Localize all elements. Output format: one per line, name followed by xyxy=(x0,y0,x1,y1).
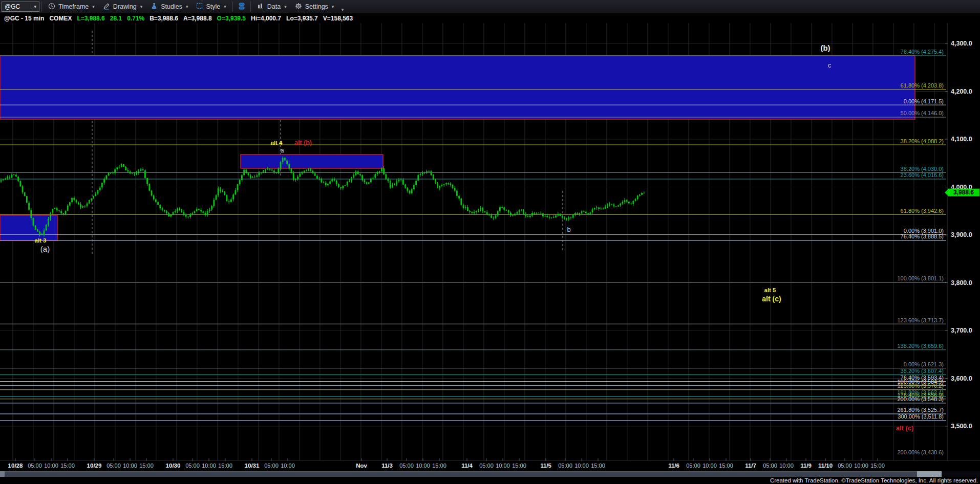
toolbar-item-label: Studies xyxy=(161,3,182,10)
time-axis-tick: 15:00 xyxy=(60,463,75,469)
status-segment-2: L=3,988.6 xyxy=(77,15,104,22)
chevron-down-icon: ▾ xyxy=(140,4,143,9)
scrollbar-right-segment[interactable] xyxy=(917,471,942,477)
fib-label: 0.00% (3,901.0) xyxy=(904,228,944,234)
time-axis-tick: 10/28 xyxy=(8,463,23,469)
toolbar-item-label: Drawing xyxy=(113,3,137,10)
toolbar-separator xyxy=(41,2,42,12)
tradestation-window: @GC ▾ Timeframe▾Drawing▾Studies▾Style▾ D… xyxy=(0,0,980,484)
time-axis-tick: 10:00 xyxy=(416,463,430,469)
symbol-value: @GC xyxy=(5,3,20,10)
wave-label: alt 3 xyxy=(34,237,46,244)
time-axis-tick: 11/3 xyxy=(381,463,393,469)
price-axis-label: 3,600.0 xyxy=(951,375,972,382)
status-line: @GC - 15 minCOMEXL=3,988.628.10.71%B=3,9… xyxy=(0,14,980,23)
time-axis-tick: 10:00 xyxy=(202,463,216,469)
scrollbar-left-button[interactable] xyxy=(0,471,5,477)
status-segment-4: 0.71% xyxy=(127,15,144,22)
toolbar-item-style[interactable]: Style▾ xyxy=(192,0,230,14)
price-axis-label: 3,700.0 xyxy=(951,327,972,334)
time-axis-tick: 05:00 xyxy=(479,463,494,469)
fib-label: 38.20% (4,088.2) xyxy=(901,138,944,144)
drawing-box xyxy=(0,56,915,119)
toolbar-item-data[interactable]: Data▾ xyxy=(253,0,291,14)
fib-label: 200.00% (3,548.3) xyxy=(897,396,944,402)
status-segment-6: A=3,988.8 xyxy=(183,15,212,22)
toolbar-overflow-chevron[interactable]: ▾ xyxy=(341,7,344,13)
fib-label: 61.80% (3,942.6) xyxy=(901,208,944,214)
symbol-combo[interactable]: @GC ▾ xyxy=(2,2,39,12)
svg-text:3,988.6: 3,988.6 xyxy=(953,189,974,196)
toolbar-item-label: Settings xyxy=(305,3,328,10)
time-axis-tick: 05:00 xyxy=(558,463,572,469)
style-icon xyxy=(196,3,203,11)
fib-label: 61.80% (4,203.8) xyxy=(901,82,944,89)
time-axis-tick: 10/31 xyxy=(245,463,260,469)
time-axis-tick: 10:00 xyxy=(854,463,868,469)
time-axis-tick: 11/7 xyxy=(745,463,756,469)
price-axis-label: 4,100.0 xyxy=(951,136,972,143)
horizontal-scrollbar[interactable] xyxy=(0,471,980,477)
time-axis-tick: 05:00 xyxy=(838,463,852,469)
fib-label: 200.00% (3,430.6) xyxy=(897,449,944,455)
toolbar-item-studies[interactable]: Studies▾ xyxy=(146,0,192,14)
fib-label: 50.00% (4,146.0) xyxy=(901,110,944,116)
status-segment-8: Hi=4,000.7 xyxy=(251,15,281,22)
linked-windows-button[interactable] xyxy=(235,0,248,14)
status-segment-9: Lo=3,935.7 xyxy=(286,15,318,22)
fib-label: 138.20% (3,659.6) xyxy=(897,343,944,349)
time-axis-tick: 10:00 xyxy=(281,463,295,469)
toolbar-item-settings[interactable]: Settings▾ xyxy=(291,0,338,14)
fib-label: 38.20% (3,607.4) xyxy=(901,368,944,374)
drawing-boxes-layer[interactable] xyxy=(0,56,915,240)
time-axis-tick: 10/30 xyxy=(166,463,181,469)
wave-label: (b) xyxy=(820,43,830,52)
price-axis-label: 4,300.0 xyxy=(951,40,972,47)
credit-bar: Created with TradeStation. ©TradeStation… xyxy=(0,477,980,484)
time-axis-tick: 11/4 xyxy=(461,463,473,469)
time-axis-tick: 11/10 xyxy=(818,463,833,469)
toolbar-item-drawing[interactable]: Drawing▾ xyxy=(99,0,146,14)
chevron-down-icon: ▾ xyxy=(92,4,95,9)
price-axis-label: 3,800.0 xyxy=(951,279,972,287)
wave-label: alt (b) xyxy=(294,139,312,146)
status-segment-5: B=3,988.6 xyxy=(150,15,178,22)
time-axis-tick: 11/5 xyxy=(540,463,551,469)
clock-icon xyxy=(48,3,55,11)
time-axis-tick: Nov xyxy=(356,463,367,469)
status-segment-10: V=158,563 xyxy=(323,15,353,22)
status-segment-7: O=3,939.5 xyxy=(217,15,246,22)
drawing-box xyxy=(241,155,383,168)
toolbar-item-timeframe[interactable]: Timeframe▾ xyxy=(44,0,99,14)
time-axis-tick: 05:00 xyxy=(686,463,700,469)
time-axis-tick: 15:00 xyxy=(139,463,154,469)
status-segment-0: @GC - 15 min xyxy=(4,15,44,22)
time-axis-tick: 11/9 xyxy=(800,463,812,469)
time-axis-tick: 15:00 xyxy=(218,463,232,469)
scrollbar-thumb[interactable] xyxy=(5,471,917,477)
fib-label: 123.60% (3,713.7) xyxy=(897,317,944,323)
fib-label: 0.00% (3,621.3) xyxy=(904,361,944,367)
fib-label: 76.40% (4,275.4) xyxy=(901,49,944,55)
toolbar-left-group: Timeframe▾Drawing▾Studies▾Style▾ xyxy=(44,0,230,14)
wave-label: alt 5 xyxy=(764,287,776,293)
time-axis: 10/2805:0010:0015:0010/2905:0010:0015:00… xyxy=(0,461,946,471)
fib-label: 261.80% (3,525.7) xyxy=(897,407,944,413)
time-axis-tick: 15:00 xyxy=(719,463,733,469)
fib-label: 123.60% (3,576.2) xyxy=(897,383,944,389)
status-segment-1: COMEX xyxy=(49,15,72,22)
time-axis-tick: 05:00 xyxy=(185,463,200,469)
price-axis[interactable]: 4,300.04,200.04,100.04,000.03,900.03,800… xyxy=(945,40,979,430)
gear-icon xyxy=(295,3,302,11)
time-axis-tick: 15:00 xyxy=(432,463,446,469)
time-axis-tick: 05:00 xyxy=(399,463,414,469)
time-axis-tick: 10:00 xyxy=(779,463,794,469)
toolbar-separator xyxy=(250,2,251,12)
time-axis-tick: 10/29 xyxy=(87,463,102,469)
wave-label: c xyxy=(828,62,831,69)
time-axis-tick: 05:00 xyxy=(28,463,42,469)
chart-canvas[interactable]: 76.40% (4,275.4)61.80% (4,203.8)0.00% (4… xyxy=(0,23,980,461)
toolbar-item-label: Style xyxy=(206,3,220,10)
bar-chart-icon xyxy=(257,3,264,11)
fib-label: 23.60% (4,016.6) xyxy=(901,172,944,178)
